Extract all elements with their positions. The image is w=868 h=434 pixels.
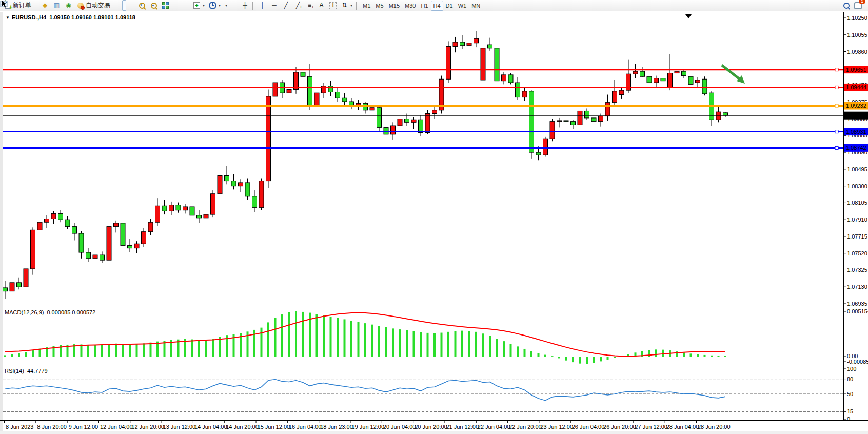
fibonacci-button[interactable]: ≡F: [304, 0, 315, 11]
price-badge-label: 1.09232: [846, 103, 866, 109]
toolbar-separator: [114, 2, 116, 10]
candle: [17, 283, 22, 287]
templates-button[interactable]: ▾: [223, 0, 229, 11]
candle: [578, 111, 582, 125]
candle: [79, 233, 84, 252]
candle: [377, 108, 382, 128]
timeframe-h4-button[interactable]: H4: [431, 1, 443, 11]
timeframe-w1-button[interactable]: W1: [456, 1, 469, 11]
candle: [72, 227, 77, 233]
candle: [342, 98, 347, 102]
trendline-button[interactable]: ╱: [280, 0, 292, 11]
time-axis-label: 15 Jun 12:00: [258, 424, 290, 430]
hline-handle[interactable]: [835, 68, 838, 71]
candle: [488, 45, 492, 48]
zoom-in-button[interactable]: +: [136, 0, 148, 11]
cursor-button[interactable]: [235, 0, 239, 11]
time-axis-label: 9 Jun 12:00: [69, 424, 98, 430]
candle: [86, 252, 91, 259]
price-tick-label: 1.10250: [847, 15, 867, 21]
candle: [190, 207, 194, 215]
candle: [391, 126, 396, 134]
window-left-frame: [0, 12, 3, 434]
channel-button[interactable]: ╱E: [292, 0, 304, 11]
candle: [716, 112, 721, 120]
chart-dropdown-marker-icon: ▼: [6, 15, 10, 20]
toolbar-separator: [231, 2, 233, 10]
trendline-icon: ╱: [282, 2, 290, 9]
candle: [508, 75, 513, 83]
candle: [218, 175, 222, 193]
candle: [287, 89, 291, 93]
horizontal-line-button[interactable]: ─: [268, 0, 280, 11]
candle: [550, 122, 555, 139]
rsi-indicator-label: RSI(14)44.7779: [5, 368, 48, 374]
rsi-tick-label: 50: [847, 391, 853, 397]
chat-button[interactable]: 1: [852, 0, 864, 11]
toolbar-separator: [356, 2, 359, 10]
candle: [45, 219, 49, 222]
vertical-line-button[interactable]: │: [257, 0, 268, 11]
rsi-tick-label: 0: [847, 416, 850, 422]
candle: [384, 127, 388, 134]
text-label-icon: T: [329, 2, 337, 9]
search-button[interactable]: [840, 0, 852, 11]
time-axis-label: 26 Jun 20:00: [603, 424, 636, 430]
window-bottom-edge: [0, 431, 868, 434]
candle: [619, 90, 624, 94]
clock-icon: [209, 2, 216, 9]
data-window-button[interactable]: ▥: [51, 0, 63, 11]
text-label-button[interactable]: T: [327, 0, 339, 11]
market-watch-button[interactable]: ◆: [39, 0, 51, 11]
bar-chart-button[interactable]: [118, 0, 122, 11]
candle: [314, 93, 319, 106]
candlestick-chart-button[interactable]: [122, 0, 126, 11]
time-axis-label: 8 Jun 2023: [6, 424, 33, 430]
text-tool-button[interactable]: A: [315, 0, 327, 11]
price-tick-label: 1.10055: [847, 32, 867, 38]
autotrading-button[interactable]: 自动交易: [74, 0, 112, 11]
candle: [446, 46, 451, 79]
timeframe-m1-button[interactable]: M1: [360, 1, 373, 11]
candle: [398, 119, 402, 126]
trend-arrow-annotation[interactable]: [722, 65, 741, 80]
zoom-out-button[interactable]: −: [148, 0, 160, 11]
periods-button[interactable]: ▾: [207, 0, 223, 11]
hline-handle[interactable]: [835, 86, 838, 89]
navigator-button[interactable]: ◉: [63, 0, 74, 11]
chart-title[interactable]: ▼EURUSD-,H4 1.09150 1.09160 1.09101 1.09…: [6, 14, 135, 21]
tile-windows-button[interactable]: [160, 0, 171, 11]
candle: [647, 76, 652, 83]
auto-scroll-button[interactable]: [177, 0, 181, 11]
chart-canvas[interactable]: 1.102501.100551.098601.096651.094701.092…: [0, 0, 868, 434]
candle: [675, 71, 679, 73]
timeframe-d1-button[interactable]: D1: [443, 1, 456, 11]
indicators-button[interactable]: + ▾: [191, 0, 207, 11]
arrows-tool-button[interactable]: ⇅▾: [339, 0, 354, 11]
candle: [31, 230, 35, 269]
timeframe-m30-button[interactable]: M30: [402, 1, 418, 11]
line-chart-button[interactable]: [126, 0, 130, 11]
timeframe-h1-button[interactable]: H1: [418, 1, 430, 11]
toolbar-separator: [187, 2, 189, 10]
hline-handle[interactable]: [835, 104, 838, 107]
hline-handle[interactable]: [835, 146, 838, 149]
candle: [543, 139, 548, 155]
chart-shift-marker-icon[interactable]: [685, 14, 692, 18]
chat-icon: 1: [854, 2, 862, 9]
timeframe-mn-button[interactable]: MN: [469, 1, 483, 11]
candle: [10, 283, 14, 291]
candle: [654, 78, 659, 83]
chart-shift-button[interactable]: [181, 0, 185, 11]
hline-handle[interactable]: [835, 130, 838, 133]
price-tick-label: 1.06935: [847, 301, 867, 307]
price-tick-label: 1.08495: [847, 166, 867, 172]
candle: [522, 91, 527, 97]
tile-windows-icon: [162, 2, 169, 9]
timeframe-m15-button[interactable]: M15: [386, 1, 402, 11]
candle: [425, 114, 430, 133]
search-icon: [842, 2, 850, 9]
vertical-line-icon: │: [259, 2, 266, 9]
timeframe-m5-button[interactable]: M5: [373, 1, 386, 11]
crosshair-button[interactable]: ┼: [239, 0, 251, 11]
